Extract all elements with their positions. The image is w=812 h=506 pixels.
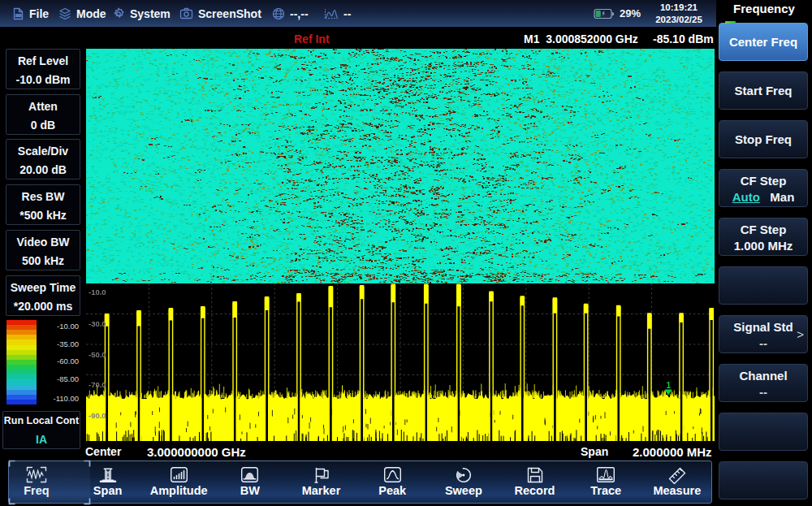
svg-text:-30.0: -30.0 (89, 319, 106, 328)
svg-text:-50.0: -50.0 (89, 350, 106, 359)
svg-text:-70.0: -70.0 (89, 380, 106, 389)
svg-text:-10.0: -10.0 (89, 288, 106, 296)
svg-text:-90.0: -90.0 (89, 411, 106, 420)
svg-text:1: 1 (667, 381, 672, 390)
